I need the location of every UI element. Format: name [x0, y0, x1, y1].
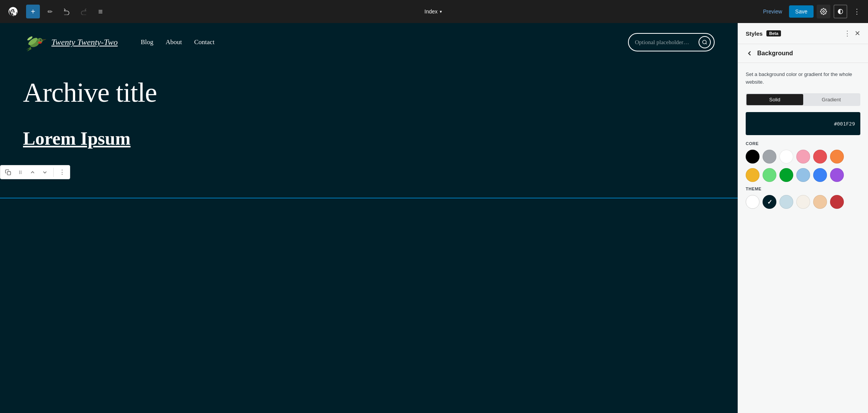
current-color-preview[interactable]: #001F29 [746, 112, 860, 135]
color-swatch-black[interactable] [746, 150, 760, 164]
redo-button[interactable] [77, 5, 90, 18]
core-colors-row-2 [746, 168, 860, 182]
theme-swatch-cream[interactable] [796, 195, 810, 209]
color-swatch-yellow[interactable] [746, 168, 760, 182]
search-input-wrap[interactable]: Optional placeholder… [628, 33, 715, 51]
theme-section-label: THEME [746, 187, 860, 191]
color-swatch-purple[interactable] [830, 168, 844, 182]
gradient-button[interactable]: Gradient [803, 94, 860, 105]
index-dropdown-button[interactable]: Index ▾ [421, 6, 446, 17]
block-duplicate-button[interactable] [3, 168, 13, 177]
toolbar-center: Index ▾ [110, 6, 756, 17]
svg-point-13 [19, 172, 20, 173]
solid-button[interactable]: Solid [746, 94, 803, 105]
block-selection-indicator [0, 198, 738, 198]
settings-button[interactable] [817, 5, 830, 18]
block-drag-button[interactable] [15, 168, 26, 177]
toolbar-right: Preview Save ⋮ [759, 5, 863, 18]
color-swatch-white[interactable] [779, 150, 793, 164]
color-swatch-light-blue[interactable] [796, 168, 810, 182]
core-section-label: CORE [746, 141, 860, 146]
svg-point-6 [40, 39, 41, 41]
site-header: Twenty Twenty-Two Blog About Contact Opt… [0, 23, 738, 61]
canvas-area: Twenty Twenty-Two Blog About Contact Opt… [0, 23, 738, 413]
theme-swatch-dark[interactable] [763, 195, 776, 209]
color-swatch-green[interactable] [779, 168, 793, 182]
svg-point-12 [21, 170, 21, 171]
toolbar: + ✏ ≡ Index ▾ Preview Save ⋮ [0, 0, 868, 23]
panel-header: Styles Beta ⋮ ✕ [738, 23, 868, 44]
theme-swatch-light-blue[interactable] [779, 195, 793, 209]
panel-close-button[interactable]: ✕ [855, 29, 860, 38]
panel-content: Set a background color or gradient for t… [738, 63, 868, 413]
theme-swatch-white[interactable] [746, 195, 760, 209]
svg-point-15 [19, 173, 20, 174]
site-title: Twenty Twenty-Two [51, 37, 118, 47]
svg-point-16 [21, 173, 21, 174]
svg-line-9 [706, 43, 707, 45]
background-panel-title: Background [757, 50, 793, 57]
site-logo: Twenty Twenty-Two [23, 31, 118, 54]
search-placeholder-text: Optional placeholder… [635, 39, 696, 46]
dropdown-chevron-icon: ▾ [440, 9, 442, 14]
theme-swatch-peach[interactable] [813, 195, 827, 209]
undo-button[interactable] [60, 5, 74, 18]
wordpress-icon [8, 6, 18, 17]
color-swatch-gray[interactable] [763, 150, 776, 164]
block-toolbar: ⋮ [0, 165, 70, 179]
panel-more-button[interactable]: ⋮ [844, 29, 851, 38]
panel-beta-badge: Beta [766, 30, 781, 36]
save-button[interactable]: Save [789, 5, 814, 18]
nav-contact[interactable]: Contact [194, 38, 215, 46]
more-options-button[interactable]: ⋮ [850, 6, 863, 17]
color-swatch-pink[interactable] [796, 150, 810, 164]
gear-icon [820, 8, 827, 15]
divider [53, 168, 54, 177]
back-button[interactable] [746, 50, 753, 57]
site-search: Optional placeholder… [628, 33, 715, 51]
add-block-button[interactable]: + [26, 5, 40, 18]
archive-section: Archive title [0, 61, 738, 120]
drag-icon [17, 169, 23, 175]
search-icon [699, 36, 711, 48]
archive-title: Archive title [23, 77, 715, 109]
block-move-down-button[interactable] [39, 168, 50, 177]
color-swatch-orange[interactable] [830, 150, 844, 164]
color-hex-value: #001F29 [834, 121, 855, 127]
nav-blog[interactable]: Blog [141, 38, 153, 46]
theme-swatch-red[interactable] [830, 195, 844, 209]
list-view-button[interactable]: ≡ [94, 5, 107, 18]
panel-title: Styles [746, 30, 763, 37]
preview-button[interactable]: Preview [759, 6, 786, 17]
nav-about[interactable]: About [166, 38, 182, 46]
chevron-down-icon [42, 169, 48, 175]
main-layout: Twenty Twenty-Two Blog About Contact Opt… [0, 23, 868, 413]
svg-rect-10 [7, 172, 11, 175]
chevron-up-icon [30, 169, 36, 175]
core-colors-row [746, 150, 860, 164]
site-nav: Blog About Contact [141, 38, 214, 46]
back-arrow-icon [746, 50, 753, 57]
block-move-up-button[interactable] [27, 168, 38, 177]
lorem-title: Lorem Ipsum [23, 128, 715, 149]
magnify-icon [702, 40, 707, 45]
panel-description: Set a background color or gradient for t… [746, 71, 860, 86]
svg-point-7 [41, 40, 41, 40]
block-more-button[interactable]: ⋮ [57, 167, 67, 177]
svg-point-0 [823, 11, 825, 13]
solid-gradient-toggle: Solid Gradient [746, 93, 860, 106]
svg-point-8 [703, 40, 706, 44]
background-panel-header: Background [738, 44, 868, 63]
color-swatch-red[interactable] [813, 150, 827, 164]
color-swatch-light-green[interactable] [763, 168, 776, 182]
edit-icon-button[interactable]: ✏ [43, 5, 57, 18]
svg-point-3 [38, 41, 42, 44]
duplicate-icon [5, 169, 11, 175]
right-panel: Styles Beta ⋮ ✕ Background Set a backgro… [738, 23, 868, 413]
wp-logo [5, 3, 21, 20]
color-swatch-blue[interactable] [813, 168, 827, 182]
lorem-section: Lorem Ipsum [0, 120, 738, 157]
index-label: Index [424, 8, 437, 15]
site-logo-image [23, 31, 46, 54]
contrast-button[interactable] [833, 5, 847, 18]
